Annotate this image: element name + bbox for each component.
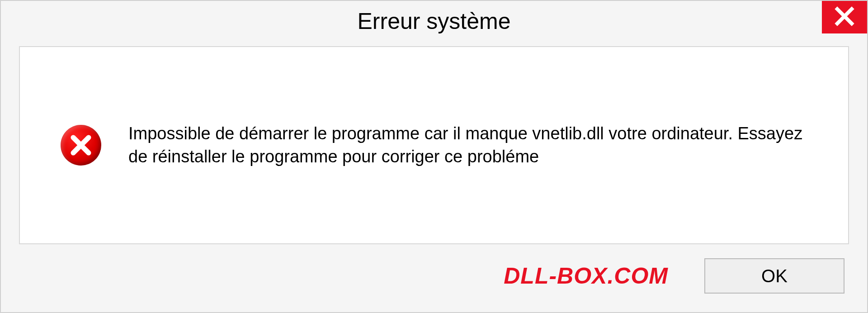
error-message: Impossible de démarrer le programme car … [128,122,807,169]
ok-button[interactable]: OK [704,258,844,294]
ok-button-label: OK [761,266,788,286]
error-icon-container [61,125,101,166]
titlebar: Erreur système [1,1,867,42]
error-dialog: Erreur système Impossible de démarrer le… [0,0,868,313]
close-icon [835,6,854,28]
error-icon [61,125,101,166]
close-button[interactable] [822,1,867,33]
content-panel: Impossible de démarrer le programme car … [19,46,849,244]
dialog-footer: DLL-BOX.COM OK [1,249,867,312]
dialog-title: Erreur système [358,8,511,34]
brand-label: DLL-BOX.COM [504,263,668,289]
